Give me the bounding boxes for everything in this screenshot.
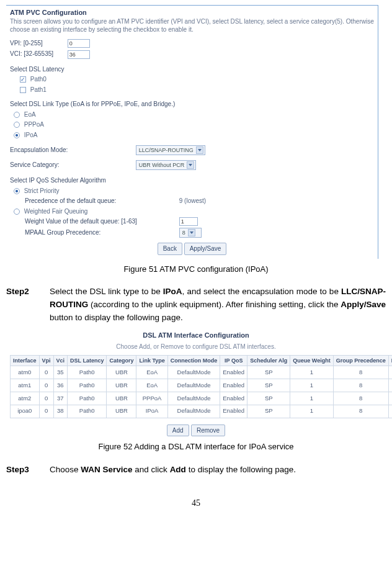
table-header: Vci bbox=[53, 355, 68, 366]
path0-checkbox[interactable] bbox=[20, 76, 26, 83]
pppoa-label: PPPoA bbox=[24, 121, 44, 128]
scheduler-label: Select IP QoS Scheduler Algorithm bbox=[10, 176, 106, 185]
table-cell: UBR bbox=[107, 379, 136, 392]
wfq-label: Weighted Fair Queuing bbox=[24, 208, 88, 215]
table-cell: 8 bbox=[333, 366, 388, 379]
add-button[interactable]: Add bbox=[167, 424, 189, 437]
path1-checkbox[interactable] bbox=[20, 87, 26, 93]
table-cell: IPoA bbox=[136, 405, 167, 418]
chevron-down-icon bbox=[188, 229, 195, 236]
table-cell: Path0 bbox=[68, 366, 107, 379]
table-row: ipoa0038Path0UBRIPoADefaultModeEnabledSP… bbox=[11, 405, 393, 418]
page-number: 45 bbox=[6, 498, 386, 510]
step2-label: Step2 bbox=[6, 285, 40, 325]
table-cell: ipoa0 bbox=[11, 405, 40, 418]
sp-radio[interactable] bbox=[14, 188, 20, 194]
step3-bold-add: Add bbox=[170, 465, 186, 474]
table-cell: 1 bbox=[290, 392, 333, 405]
wfq-weight-label: Weight Value of the default queue: [1-63… bbox=[25, 217, 177, 226]
step3-text-e: to display the following page. bbox=[186, 465, 296, 474]
table-cell: 0 bbox=[39, 379, 53, 392]
table-header: Connection Mode bbox=[167, 355, 220, 366]
table-header: IP QoS bbox=[220, 355, 247, 366]
pppoa-radio[interactable] bbox=[14, 122, 20, 128]
sp-label: Strict Priority bbox=[24, 187, 60, 194]
dsl-atm-title: DSL ATM Interface Configuration bbox=[10, 331, 382, 340]
table-cell: UBR bbox=[107, 405, 136, 418]
ipoa-label: IPoA bbox=[24, 132, 38, 138]
remove-button[interactable]: Remove bbox=[191, 424, 225, 437]
chevron-down-icon bbox=[196, 146, 203, 154]
step2-text-c: , and select the encapsulation mode to b… bbox=[182, 287, 341, 296]
table-cell: atm2 bbox=[11, 392, 40, 405]
panel-description: This screen allows you to configure an A… bbox=[10, 17, 374, 34]
figure-52-caption: Figure 52 Adding a DSL ATM interface for… bbox=[6, 441, 386, 452]
step2-bold-ipoa: IPoA bbox=[163, 287, 182, 296]
step2-text: Select the DSL link type to be IPoA, and… bbox=[50, 285, 386, 325]
table-header: Interface bbox=[11, 355, 40, 366]
eoa-radio[interactable] bbox=[14, 112, 20, 118]
table-cell: EoA bbox=[136, 379, 167, 392]
service-value: UBR Without PCR bbox=[139, 161, 185, 169]
latency-label: Select DSL Latency bbox=[10, 65, 64, 74]
encap-select[interactable]: LLC/SNAP-ROUTING bbox=[136, 145, 205, 155]
sp-prec-label: Precedence of the default queue: bbox=[25, 197, 177, 205]
step2-text-e: (according to the uplink equipment). Aft… bbox=[88, 300, 341, 309]
table-cell: Enabled bbox=[220, 405, 247, 418]
mpaal-label: MPAAL Group Precedence: bbox=[25, 228, 177, 237]
service-select[interactable]: UBR Without PCR bbox=[136, 160, 197, 170]
path1-label: Path1 bbox=[30, 86, 47, 93]
table-cell: Enabled bbox=[220, 379, 247, 392]
table-cell: DefaultMode bbox=[167, 366, 220, 379]
vpi-input[interactable]: 0 bbox=[68, 39, 90, 48]
table-cell: Enabled bbox=[220, 366, 247, 379]
step2-text-g: button to display the following page. bbox=[50, 313, 183, 322]
dsl-atm-table-block: DSL ATM Interface Configuration Choose A… bbox=[10, 331, 382, 436]
table-cell: 8 bbox=[333, 392, 388, 405]
table-cell: SP bbox=[247, 366, 290, 379]
table-cell: 1 bbox=[290, 379, 333, 392]
wfq-radio[interactable] bbox=[14, 209, 20, 215]
encap-value: LLC/SNAP-ROUTING bbox=[139, 146, 194, 154]
ipoa-radio[interactable] bbox=[14, 132, 20, 138]
table-cell: Enabled bbox=[220, 392, 247, 405]
table-cell: 8 bbox=[333, 405, 388, 418]
remove-cell bbox=[388, 366, 392, 379]
vpi-label: VPI: [0-255] bbox=[10, 39, 66, 48]
table-cell: Path0 bbox=[68, 392, 107, 405]
table-cell: 1 bbox=[290, 366, 333, 379]
chevron-down-icon bbox=[187, 161, 194, 169]
step3-text: Choose WAN Service and click Add to disp… bbox=[50, 464, 386, 477]
table-row: atm1036Path0UBREoADefaultModeEnabledSP18 bbox=[11, 379, 393, 392]
step2-text-a: Select the DSL link type to be bbox=[50, 287, 163, 296]
step2-block: Step2 Select the DSL link type to be IPo… bbox=[6, 285, 386, 325]
table-cell: SP bbox=[247, 392, 290, 405]
back-button[interactable]: Back bbox=[158, 243, 182, 255]
service-label: Service Category: bbox=[10, 161, 134, 169]
table-cell: Path0 bbox=[68, 405, 107, 418]
mpaal-value: 8 bbox=[182, 229, 185, 236]
vci-input[interactable]: 36 bbox=[68, 50, 90, 59]
remove-cell bbox=[388, 392, 392, 405]
figure-51-caption: Figure 51 ATM PVC configuration (IPoA) bbox=[6, 264, 386, 275]
mpaal-select[interactable]: 8 bbox=[179, 228, 202, 238]
table-cell: SP bbox=[247, 379, 290, 392]
table-cell: 1 bbox=[290, 405, 333, 418]
table-header: Link Type bbox=[136, 355, 167, 366]
wfq-weight-input[interactable]: 1 bbox=[179, 217, 198, 226]
table-cell: 0 bbox=[39, 405, 53, 418]
table-cell: 36 bbox=[53, 379, 68, 392]
sp-prec-value: 9 (lowest) bbox=[179, 197, 206, 204]
table-row: atm2037Path0UBRPPPoADefaultModeEnabledSP… bbox=[11, 392, 393, 405]
table-cell: Path0 bbox=[68, 379, 107, 392]
table-cell: UBR bbox=[107, 366, 136, 379]
panel-title: ATM PVC Configuration bbox=[10, 8, 374, 17]
eoa-label: EoA bbox=[24, 111, 36, 118]
table-header: DSL Latency bbox=[68, 355, 107, 366]
table-header: Scheduler Alg bbox=[247, 355, 290, 366]
apply-save-button[interactable]: Apply/Save bbox=[184, 243, 227, 255]
table-cell: atm0 bbox=[11, 366, 40, 379]
remove-cell bbox=[388, 405, 392, 418]
table-cell: 0 bbox=[39, 366, 53, 379]
step2-bold-apply: Apply/Save bbox=[341, 300, 386, 309]
